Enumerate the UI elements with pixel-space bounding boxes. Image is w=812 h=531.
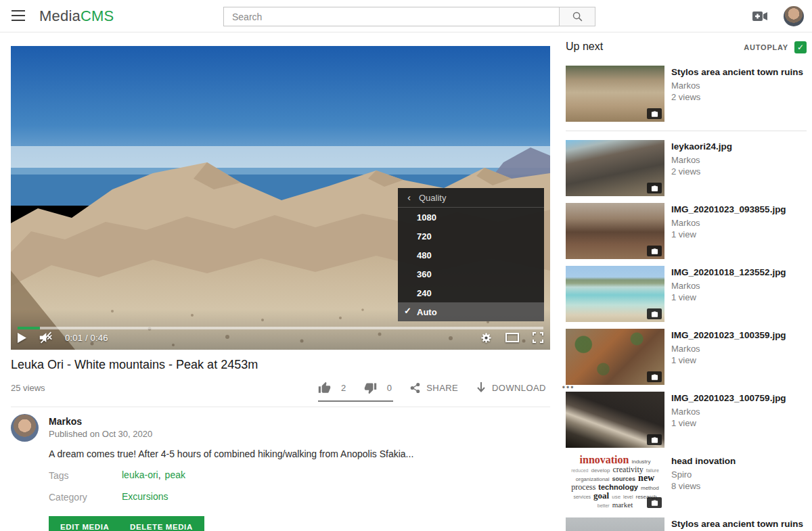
quality-option-480[interactable]: ✓480 [398,246,544,264]
up-next-item[interactable]: IMG_20201023_100359.jpgMarkos1 view [566,329,807,385]
camera-icon [651,373,658,381]
camera-icon [651,499,658,507]
camera-icon [651,436,658,444]
play-button[interactable] [18,333,26,343]
item-meta: Stylos area ancient town ruins [671,517,803,531]
camera-icon [651,310,658,318]
item-views: 1 view [671,229,786,239]
list-divider [566,131,807,131]
mute-button[interactable] [39,331,53,344]
up-next-item[interactable]: innovationindustryreduceddevelopcreativi… [566,455,807,511]
item-title: IMG_20201023_100359.jpg [671,329,786,341]
item-title: IMG_20201018_123552.jpg [671,267,786,278]
autoplay-checkbox[interactable]: ✓ [794,41,807,53]
quality-menu-back[interactable]: ‹ Quality [398,188,544,208]
play-icon [18,333,26,343]
delete-media-button[interactable]: DELETE MEDIA [118,516,204,531]
wordcloud-word: goal [593,492,609,499]
up-next-item[interactable]: IMG_20201018_123552.jpgMarkos1 view [566,266,807,322]
autoplay-control: AUTOPLAY ✓ [744,41,807,53]
media-type-badge [647,108,662,119]
header-actions [752,0,804,32]
upload-media-icon[interactable] [752,10,769,22]
wordcloud-word: creativity [612,466,643,473]
view-count: 25 views [11,383,45,393]
item-title: head inovation [671,455,736,467]
thumbnail [566,329,664,385]
dislike-button[interactable]: 0 [364,382,392,394]
quality-menu-options: ✓1080✓720✓480✓360✓240✓Auto [398,208,544,321]
share-button[interactable]: SHARE [409,382,458,394]
quality-option-360[interactable]: ✓360 [398,264,544,283]
content-divider [11,407,550,407]
media-title: Leuka Ori - White mountains - Peak at 24… [11,358,258,372]
item-title: leykaori24.jpg [671,141,732,152]
up-next-title: Up next [566,41,603,53]
author-avatar[interactable] [11,414,39,442]
player-controls: 0:01 / 0:46 [18,329,543,346]
like-button[interactable]: 2 [318,382,346,394]
menu-icon[interactable] [12,10,26,22]
quality-option-label: 1080 [417,212,436,223]
item-meta: Stylos area ancient town ruinsMarkos2 vi… [671,66,803,122]
category-value: Excursions [122,491,168,502]
download-button[interactable]: DOWNLOAD [476,382,546,394]
quality-option-label: 720 [417,231,432,241]
item-views: 2 views [671,166,732,177]
gear-icon [480,332,492,344]
tag-separator: , [158,469,161,480]
wordcloud-word: technology [598,484,638,490]
wordcloud-word: better [597,503,610,509]
wordcloud-word: process [571,484,595,490]
site-logo[interactable]: MediaCMS [39,0,114,32]
edit-media-button[interactable]: EDIT MEDIA [49,516,120,531]
item-author: Markos [671,407,786,417]
item-views: 1 view [671,355,786,365]
chevron-left-icon: ‹ [407,191,411,203]
check-icon: ✓ [404,306,411,316]
thumbnail [566,392,664,448]
search-input[interactable] [223,7,559,26]
like-count: 2 [341,383,346,393]
video-player[interactable]: ‹ Quality ✓1080✓720✓480✓360✓240✓Auto [11,46,550,350]
thumbnail [566,66,664,122]
tag-link-peak[interactable]: peak [165,469,185,480]
camera-icon [651,185,658,192]
wordcloud-word: market [612,501,633,508]
up-next-item[interactable]: IMG_20201023_093855.jpgMarkos1 view [566,203,807,259]
user-avatar[interactable] [784,6,804,26]
wordcloud-word: innovation [580,457,629,463]
share-icon [409,382,421,394]
category-link[interactable]: Excursions [122,491,168,502]
item-title: IMG_20201023_100759.jpg [671,392,786,404]
theater-mode-button[interactable] [505,333,519,342]
share-label: SHARE [426,383,458,393]
thumbnail [566,140,664,196]
fullscreen-icon [533,332,543,343]
quality-menu: ‹ Quality ✓1080✓720✓480✓360✓240✓Auto [398,188,544,321]
up-next-sidebar: Up next AUTOPLAY ✓ Stylos area ancient t… [566,41,807,531]
quality-option-720[interactable]: ✓720 [398,227,544,246]
fullscreen-button[interactable] [533,332,543,343]
settings-button[interactable] [480,332,492,344]
up-next-header: Up next AUTOPLAY ✓ [566,41,807,66]
author-name[interactable]: Markos [49,416,82,427]
item-author: Spiro [671,469,736,480]
tag-link-leuka-ori[interactable]: leuka-ori [122,469,158,480]
wordcloud-word: reduced [571,467,588,474]
item-meta: leykaori24.jpgMarkos2 views [671,140,732,196]
quality-option-1080[interactable]: ✓1080 [398,208,544,227]
up-next-item[interactable]: Stylos area ancient town ruins [566,517,807,531]
quality-option-label: 360 [417,269,432,279]
quality-option-auto[interactable]: ✓Auto [398,302,544,321]
item-author: Markos [671,281,786,291]
quality-option-240[interactable]: ✓240 [398,283,544,302]
autoplay-label: AUTOPLAY [744,43,788,51]
media-type-badge [647,497,662,508]
up-next-item[interactable]: IMG_20201023_100759.jpgMarkos1 view [566,392,807,448]
logo-text-media: Media [39,7,81,24]
tags-list: leuka-ori,peak [122,469,185,480]
up-next-item[interactable]: Stylos area ancient town ruinsMarkos2 vi… [566,66,807,122]
search-button[interactable] [559,7,595,26]
up-next-item[interactable]: leykaori24.jpgMarkos2 views [566,140,807,196]
